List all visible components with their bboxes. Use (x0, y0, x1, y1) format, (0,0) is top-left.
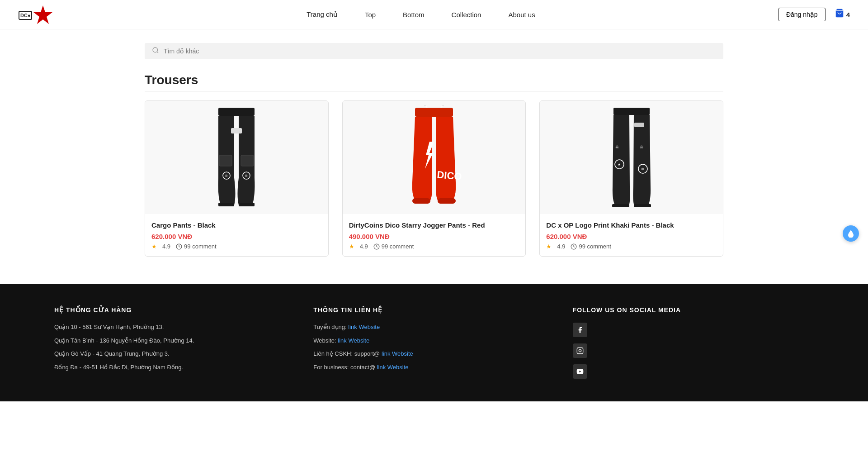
footer-social-title: FOLLOW US ON SOCIAL MEDIA (573, 306, 814, 314)
svg-marker-2 (33, 5, 52, 24)
product-image-khaki-black: ☠ ★ ☠ ⊕ (540, 101, 723, 214)
comment-icon (373, 243, 380, 250)
water-drop-icon (847, 229, 855, 238)
comment-area: 99 comment (176, 243, 217, 250)
search-bar (145, 43, 723, 59)
svg-rect-17 (415, 108, 453, 117)
website-link[interactable]: link Website (338, 337, 369, 344)
cart-button[interactable]: 4 (835, 8, 850, 21)
comment-count: 99 comment (579, 243, 611, 250)
svg-text:☠: ☠ (225, 174, 228, 178)
comment-area: 99 comment (571, 243, 611, 250)
svg-rect-7 (219, 155, 232, 166)
footer: HỆ THỐNG CỬA HÀNG Quận 10 - 561 Sư Vạn H… (0, 284, 868, 401)
product-image-jogger-red: DICO (343, 101, 526, 214)
product-image-cargo-black: ☠ ☠ (145, 101, 328, 214)
header-right: Đăng nhập 4 (778, 8, 850, 21)
header: DC● Trang chủ Top Bottom Collection Abou… (0, 0, 868, 29)
product-card-cargo-black[interactable]: ☠ ☠ Cargo Pants - Black 620.000 VNĐ ★ 4.… (145, 100, 329, 257)
instagram-icon[interactable] (573, 343, 587, 358)
search-section (0, 29, 868, 64)
rating: 4.9 (162, 243, 170, 250)
svg-rect-25 (438, 198, 456, 204)
svg-text:★: ★ (618, 162, 621, 167)
product-name: DirtyCoins Dico Starry Jogger Pants - Re… (349, 220, 519, 230)
svg-rect-28 (634, 123, 644, 127)
search-input[interactable] (164, 48, 716, 55)
comment-count: 99 comment (184, 243, 217, 250)
search-icon (152, 47, 159, 56)
products-grid: ☠ ☠ Cargo Pants - Black 620.000 VNĐ ★ 4.… (145, 100, 723, 257)
product-info-jogger-red: DirtyCoins Dico Starry Jogger Pants - Re… (343, 214, 526, 256)
svg-rect-8 (241, 155, 254, 166)
nav-item-top[interactable]: Top (365, 11, 376, 19)
svg-rect-35 (612, 204, 629, 207)
nav-item-about[interactable]: About us (508, 11, 535, 19)
svg-text:☠: ☠ (615, 145, 619, 149)
footer-contact-title: THÔNG TIN LIÊN HỆ (313, 306, 554, 314)
store-address-2: Quận Tân Bình - 136 Nguyễn Hồng Đào, Phư… (54, 336, 295, 345)
star-icon: ★ (546, 243, 552, 250)
svg-text:☠: ☠ (245, 174, 248, 178)
store-address-3: Quận Gò Vấp - 41 Quang Trung, Phường 3. (54, 349, 295, 358)
product-info-cargo-black: Cargo Pants - Black 620.000 VNĐ ★ 4.9 99… (145, 214, 328, 256)
product-meta: ★ 4.9 99 comment (349, 243, 519, 250)
star-icon: ★ (349, 243, 354, 250)
svg-rect-27 (613, 108, 650, 115)
logo-icon: DC● (18, 3, 63, 26)
product-name: DC x OP Logo Print Khaki Pants - Black (546, 220, 717, 230)
business-link[interactable]: link Website (377, 364, 409, 371)
product-price: 620.000 VNĐ (546, 233, 717, 240)
svg-line-5 (157, 52, 158, 53)
svg-rect-9 (231, 128, 242, 133)
nav-item-collection[interactable]: Collection (452, 11, 481, 19)
section-title: Trousers (145, 73, 723, 91)
rating: 4.9 (557, 243, 565, 250)
store-address-1: Quận 10 - 561 Sư Vạn Hạnh, Phường 13. (54, 323, 295, 332)
comment-icon (571, 243, 577, 250)
product-card-khaki-black[interactable]: ☠ ★ ☠ ⊕ DC x OP Logo Print Khaki Pants -… (539, 100, 723, 257)
svg-point-4 (153, 48, 158, 52)
comment-count: 99 comment (382, 243, 414, 250)
svg-text:⊕: ⊕ (641, 167, 644, 171)
nav-item-bottom[interactable]: Bottom (403, 11, 425, 19)
star-icon: ★ (151, 243, 157, 250)
nav-item-home[interactable]: Trang chủ (307, 10, 338, 19)
svg-rect-38 (577, 348, 583, 353)
footer-store-title: HỆ THỐNG CỬA HÀNG (54, 306, 295, 314)
svg-text:☠: ☠ (640, 145, 643, 149)
contact-website: Website: link Website (313, 336, 554, 345)
product-price: 620.000 VNĐ (151, 233, 322, 240)
cart-icon (835, 8, 844, 21)
cart-count: 4 (846, 11, 850, 19)
floating-chat-button[interactable] (843, 225, 859, 242)
jogger-pants-image: DICO (402, 105, 466, 210)
login-button[interactable]: Đăng nhập (778, 8, 826, 21)
support-link[interactable]: link Website (382, 350, 413, 357)
youtube-icon[interactable] (573, 364, 587, 379)
product-name: Cargo Pants - Black (151, 220, 322, 230)
svg-rect-14 (218, 203, 234, 206)
product-card-jogger-red[interactable]: DICO DirtyCoins Dico Starry Jogger Pants… (342, 100, 526, 257)
contact-recruitment: Tuyển dụng: link Website (313, 323, 554, 332)
svg-rect-15 (239, 203, 255, 206)
khaki-pants-image: ☠ ★ ☠ ⊕ (600, 105, 663, 210)
main-nav: Trang chủ Top Bottom Collection About us (63, 10, 778, 19)
svg-rect-36 (634, 204, 651, 207)
footer-social: FOLLOW US ON SOCIAL MEDIA (573, 306, 814, 379)
rating: 4.9 (360, 243, 368, 250)
facebook-icon[interactable] (573, 323, 587, 337)
main-content: Trousers (0, 64, 868, 284)
logo[interactable]: DC● (18, 3, 63, 26)
contact-support: Liên hệ CSKH: support@ link Website (313, 349, 554, 358)
cargo-pants-image: ☠ ☠ (205, 105, 268, 210)
product-info-khaki-black: DC x OP Logo Print Khaki Pants - Black 6… (540, 214, 723, 256)
svg-text:DICO: DICO (437, 169, 462, 182)
store-address-4: Đống Đa - 49-51 Hồ Đắc Di, Phường Nam Đồ… (54, 363, 295, 372)
social-icons (573, 323, 814, 379)
comment-icon (176, 243, 182, 250)
contact-business: For business: contact@ link Website (313, 363, 554, 372)
product-meta: ★ 4.9 99 comment (546, 243, 717, 250)
recruitment-link[interactable]: link Website (348, 324, 380, 330)
product-meta: ★ 4.9 99 comment (151, 243, 322, 250)
